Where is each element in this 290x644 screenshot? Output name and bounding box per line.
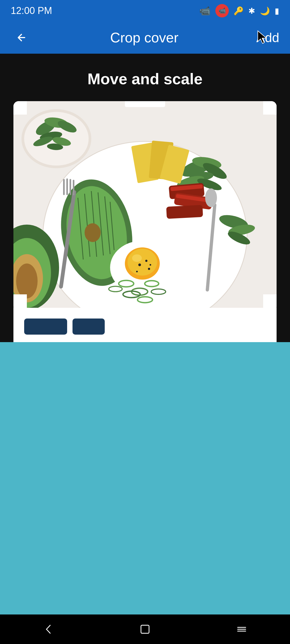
svg-point-43 <box>128 249 157 276</box>
bottom-area <box>0 342 290 614</box>
android-home-button[interactable] <box>129 619 161 640</box>
android-nav-bar <box>0 614 290 644</box>
battery-icon: ▮ <box>275 6 279 16</box>
svg-point-47 <box>148 268 150 270</box>
corner-handle-tr[interactable] <box>263 101 277 115</box>
svg-point-48 <box>136 271 138 272</box>
main-content: Move and scale <box>0 54 290 342</box>
svg-rect-59 <box>66 178 68 195</box>
android-recents-button[interactable] <box>226 619 258 640</box>
corner-handle-tl[interactable] <box>13 101 27 115</box>
svg-rect-61 <box>73 180 74 195</box>
do-not-disturb-icon: 🌙 <box>260 6 270 16</box>
svg-rect-25 <box>166 205 203 219</box>
screen-record-icon: 📹 <box>215 4 229 17</box>
svg-point-46 <box>145 260 147 262</box>
corner-handle-br[interactable] <box>263 294 277 308</box>
crop-container-outer[interactable] <box>13 101 277 342</box>
card-content <box>13 308 277 342</box>
status-time: 12:00 PM <box>11 5 52 16</box>
svg-point-36 <box>85 223 101 242</box>
svg-rect-58 <box>63 179 65 195</box>
top-edge-handle[interactable] <box>125 101 165 107</box>
food-image[interactable] <box>13 101 277 308</box>
back-button[interactable] <box>11 27 32 48</box>
svg-point-49 <box>150 264 151 266</box>
svg-point-40 <box>16 264 38 298</box>
bluetooth-icon: ✱ <box>248 6 255 16</box>
android-back-button[interactable] <box>32 619 64 640</box>
nav-bar: Crop cover Add <box>0 21 290 54</box>
add-button[interactable]: Add <box>256 30 279 45</box>
card-tag-2 <box>73 319 105 335</box>
video-record-icon: 📹 <box>199 5 211 16</box>
crop-inner <box>13 101 277 342</box>
move-scale-label: Move and scale <box>88 70 203 88</box>
corner-handle-bl[interactable] <box>13 294 27 308</box>
svg-rect-60 <box>70 179 71 195</box>
status-bar: 12:00 PM 📹 📹 🔑 ✱ 🌙 ▮ <box>0 0 290 21</box>
svg-point-45 <box>138 264 141 266</box>
card-tag-1 <box>24 319 67 335</box>
svg-point-44 <box>132 254 142 262</box>
card-tags <box>24 319 266 335</box>
svg-point-63 <box>205 188 217 207</box>
status-icons: 📹 📹 🔑 ✱ 🌙 ▮ <box>199 4 279 17</box>
page-title: Crop cover <box>32 30 256 46</box>
svg-rect-64 <box>141 625 149 633</box>
vpn-key-icon: 🔑 <box>234 6 244 16</box>
